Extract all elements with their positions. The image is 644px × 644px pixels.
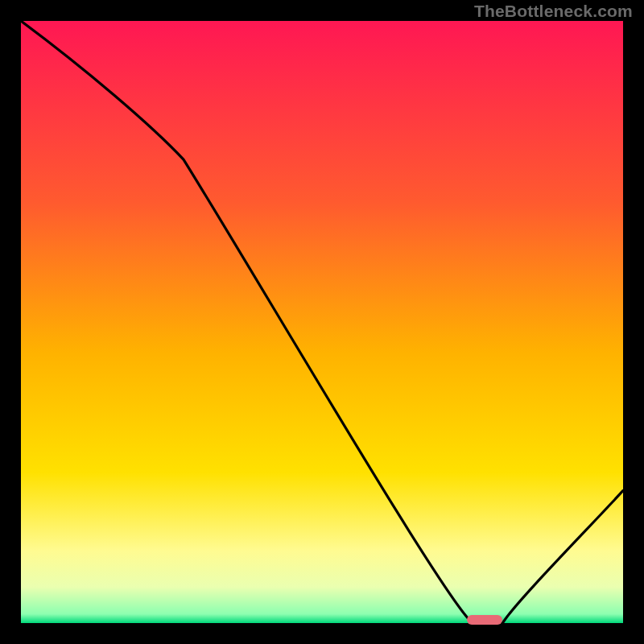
chart-container: TheBottleneck.com <box>0 0 644 644</box>
gradient-background <box>21 21 623 623</box>
plot-area <box>21 21 623 623</box>
chart-svg <box>21 21 623 623</box>
watermark-text: TheBottleneck.com <box>474 2 633 21</box>
minimum-marker <box>467 615 503 625</box>
